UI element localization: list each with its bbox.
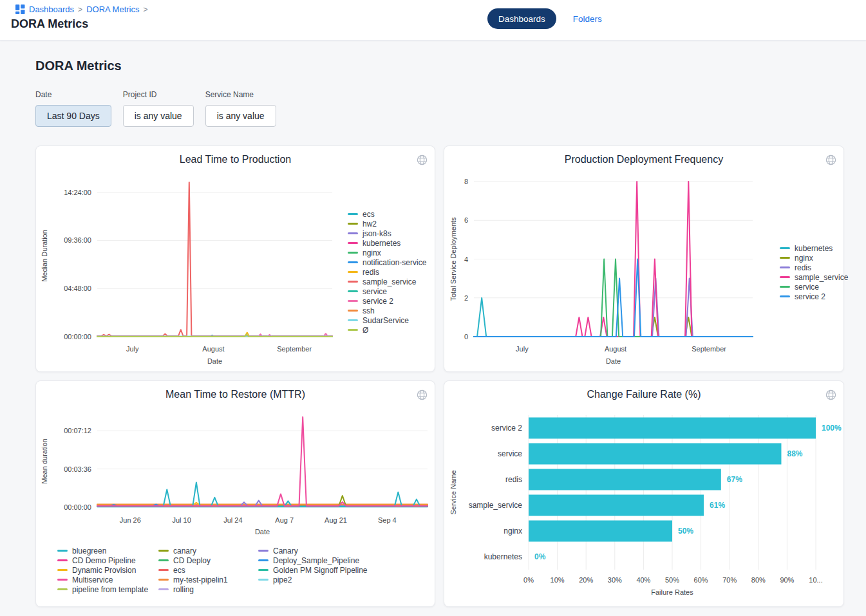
globe-icon[interactable] [417,389,428,400]
tab-folders[interactable]: Folders [573,14,602,24]
chart-title: Change Failure Rate (%) [444,389,843,400]
legend-item-CD-Demo-Pipeline[interactable]: CD Demo Pipeline [57,555,158,565]
axis-tick-label: 60% [694,576,708,584]
legend-item-kubernetes[interactable]: kubernetes [780,243,848,253]
legend-item-bluegreen[interactable]: bluegreen [57,546,158,555]
legend-item-redis[interactable]: redis [780,263,848,272]
legend-item-kubernetes[interactable]: kubernetes [348,238,426,248]
breadcrumb-link-dora-metrics[interactable]: DORA Metrics [86,5,139,14]
legend-label: CD Deploy [173,556,211,565]
legend-item-hw2[interactable]: hw2 [348,219,426,229]
legend-item-canary[interactable]: canary [158,546,258,555]
filter-bar: Date Last 90 Days Project ID is any valu… [35,90,844,127]
bar-category-label: sample_service [469,501,523,510]
axis-tick-label: Jun 26 [120,516,141,524]
top-header: Dashboards > DORA Metrics > DORA Metrics… [0,0,866,41]
filter-project-id: Project ID is any value [123,90,194,127]
legend-item-Dynamic-Provision[interactable]: Dynamic Provision [57,565,158,575]
date-filter-button[interactable]: Last 90 Days [35,105,111,127]
breadcrumb-link-dashboards[interactable]: Dashboards [29,5,74,14]
legend-item-nginx[interactable]: nginx [780,253,848,263]
legend-item-Deploy_Sample_Pipeline[interactable]: Deploy_Sample_Pipeline [258,555,368,565]
card-lead-time-to-production: Lead Time to Production 00:00:0004:48:00… [35,145,435,372]
y-axis-title: Median Duration [41,230,48,282]
legend-swatch [57,569,68,571]
legend-swatch [57,588,68,590]
legend-item-redis[interactable]: redis [348,267,426,277]
legend-item-pipe2[interactable]: pipe2 [258,575,368,584]
legend-item-Multiservice[interactable]: Multiservice [57,575,158,584]
legend-item-ecs[interactable]: ecs [348,209,426,219]
series-bluegreen [97,483,428,507]
legend-label: sample_service [362,277,416,286]
legend-item-Ø[interactable]: Ø [348,325,426,335]
legend-item-Golden-PM-Signoff-Pipeline[interactable]: Golden PM Signoff Pipeline [258,565,368,575]
legend-label: service 2 [795,292,825,301]
series-sample_service [97,182,332,336]
page-title: DORA Metrics [11,17,88,31]
legend-item-service-2[interactable]: service 2 [348,296,426,306]
legend-swatch [780,276,790,278]
bar-service[interactable] [529,443,781,465]
change-failure-rate-plot: 0%10%20%30%40%50%60%70%80%90%10...Failur… [444,381,845,608]
bar-nginx[interactable] [529,521,672,542]
axis-tick-label: 00:03:36 [64,465,91,473]
legend-item-nginx[interactable]: nginx [348,248,426,257]
axis-tick-label: 0% [523,576,534,584]
axis-tick-label: July [516,345,529,353]
legend-item-notification-service[interactable]: notification-service [348,257,426,267]
filter-service-name-label: Service Name [205,90,276,99]
dashboard-title: DORA Metrics [35,58,844,73]
legend-item-Canary[interactable]: Canary [258,546,368,555]
bar-category-label: nginx [504,527,522,536]
x-axis-title: Date [207,357,222,365]
axis-tick-label: 00:07:12 [64,427,91,434]
bar-sample_service[interactable] [529,495,704,516]
bar-redis[interactable] [529,469,721,490]
legend-item-sample_service[interactable]: sample_service [780,272,848,282]
legend-swatch [780,286,790,288]
legend-item-ssh[interactable]: ssh [348,306,426,315]
legend-swatch [780,257,790,259]
dashboard-grid: Lead Time to Production 00:00:0004:48:00… [35,145,844,607]
tab-dashboards[interactable]: Dashboards [487,8,556,29]
legend-item-service-2[interactable]: service 2 [780,292,848,301]
legend-swatch [780,295,790,297]
legend-item-json-k8s[interactable]: json-k8s [348,229,426,238]
service-name-filter-button[interactable]: is any value [205,105,276,127]
legend-label: service [362,287,387,296]
axis-tick-label: Aug 7 [275,516,294,524]
legend-swatch [258,559,268,561]
legend-item-ecs[interactable]: ecs [158,565,258,575]
bar-value-label: 100% [822,424,842,433]
bar-value-label: 67% [727,475,742,484]
legend-label: my-test-pipelin1 [173,575,228,584]
bar-service-2[interactable] [529,418,816,439]
legend-label: SudarService [362,316,409,325]
project-id-filter-button[interactable]: is any value [123,105,194,127]
axis-tick-label: 00:00:00 [64,503,91,511]
legend-item-service[interactable]: service [348,286,426,296]
legend-item-pipeline-from-template[interactable]: pipeline from template [57,584,158,594]
globe-icon[interactable] [825,154,836,165]
legend-item-my-test-pipelin1[interactable]: my-test-pipelin1 [158,575,258,584]
bar-value-label: 0% [534,552,546,561]
legend-swatch [348,300,358,302]
bar-value-label: 50% [678,527,693,536]
legend-item-rolling[interactable]: rolling [158,584,258,594]
legend-label: Canary [273,546,298,555]
legend-item-service[interactable]: service [780,282,848,292]
globe-icon[interactable] [825,389,836,400]
legend-item-SudarService[interactable]: SudarService [348,315,426,325]
legend-label: hw2 [362,219,377,229]
axis-tick-label: 20% [579,576,593,584]
legend-swatch [348,252,358,254]
legend-item-CD-Deploy[interactable]: CD Deploy [158,555,258,565]
legend-item-sample_service[interactable]: sample_service [348,277,426,286]
globe-icon[interactable] [417,154,428,165]
axis-tick-label: 6 [464,216,468,224]
axis-tick-label: 30% [608,576,622,584]
change-failure-rate-chart-canvas: 0%10%20%30%40%50%60%70%80%90%10...Failur… [444,381,845,610]
card-production-deployment-frequency: Production Deployment Frequency 02468Jul… [444,145,844,372]
filter-service-name: Service Name is any value [205,90,276,127]
